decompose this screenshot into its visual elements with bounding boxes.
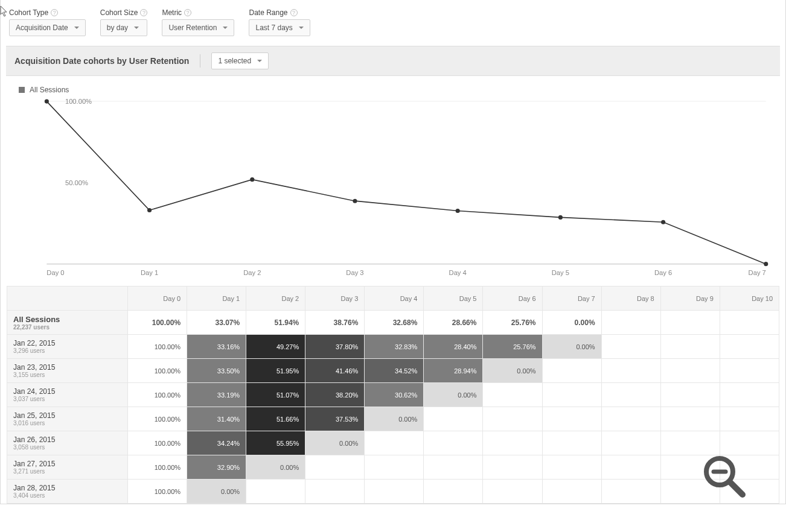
cell: 31.40% [187,407,246,431]
cell [660,311,720,335]
cell: 0.00% [542,335,601,359]
cell: 55.95% [246,431,305,455]
date-range-dropdown[interactable]: Last 7 days [249,19,310,36]
help-icon[interactable]: ? [140,9,147,16]
cell: 0.00% [305,431,365,455]
svg-text:Day 4: Day 4 [449,269,467,276]
cell [424,407,483,431]
cohort-type-dropdown[interactable]: Acquisition Date [9,19,86,36]
help-icon[interactable]: ? [51,9,58,16]
cell: 100.00% [128,335,187,359]
table-header: Day 1 [187,287,246,311]
chart-title: Acquisition Date cohorts by User Retenti… [14,56,189,66]
cell: 38.20% [305,383,365,407]
cell [720,359,779,383]
cell: 51.95% [246,359,305,383]
cell: 51.07% [246,383,305,407]
table-header: Day 10 [720,287,779,311]
cell [720,431,779,455]
cell [483,480,542,504]
cohort-row: Jan 24, 20153,037 users100.00%33.19%51.0… [7,383,779,407]
cursor-icon [0,5,9,17]
svg-text:Day 1: Day 1 [141,269,158,276]
cohort-row: Jan 22, 20153,296 users100.00%33.16%49.2… [7,335,779,359]
svg-line-21 [730,483,743,495]
cell [601,480,660,504]
cell [483,431,542,455]
cell: 37.53% [305,407,365,431]
cell: 100.00% [128,383,187,407]
table-header: Day 3 [305,287,365,311]
table-header: Day 8 [601,287,660,311]
chevron-down-icon [299,27,304,29]
metric-label: Metric ? [162,8,234,17]
cell [660,431,720,455]
cell [601,431,660,455]
table-header: Day 2 [246,287,305,311]
cohort-row: Jan 27, 20153,271 users100.00%32.90%0.00… [7,455,779,480]
table-header: Day 7 [542,287,601,311]
svg-point-9 [558,215,563,220]
cell [424,455,483,480]
help-icon[interactable]: ? [184,9,191,16]
cohort-size-dropdown[interactable]: by day [100,19,148,36]
cell [542,431,601,455]
cell: 32.90% [187,455,246,480]
cell [246,480,305,504]
row-label: Jan 24, 20153,037 users [7,383,128,407]
cohort-row: Jan 28, 20153,404 users100.00%0.00% [7,480,779,504]
cell [660,407,720,431]
metric-dropdown[interactable]: User Retention [162,19,234,36]
cell [601,311,660,335]
cell [720,335,779,359]
cell [601,335,660,359]
cell [660,359,720,383]
cell [305,455,365,480]
table-header: Day 5 [424,287,483,311]
cohort-row: Jan 23, 20153,155 users100.00%33.50%51.9… [7,359,779,383]
chart-header: Acquisition Date cohorts by User Retenti… [6,46,780,76]
svg-text:50.00%: 50.00% [65,179,88,186]
retention-line-chart: 50.00%100.00%Day 0Day 1Day 2Day 3Day 4Da… [34,97,772,280]
table-header: Day 4 [365,287,424,311]
svg-point-7 [353,199,357,203]
cell [424,480,483,504]
row-label: Jan 26, 20153,058 users [7,431,128,455]
zoom-out-button[interactable] [700,452,747,501]
chevron-down-icon [134,27,139,29]
cell [365,431,424,455]
svg-text:Day 2: Day 2 [243,269,261,276]
cell: 0.00% [365,407,424,431]
cell [601,359,660,383]
cell: 100.00% [128,480,187,504]
series-selector-dropdown[interactable]: 1 selected [211,52,269,69]
cell: 25.76% [483,335,542,359]
legend: All Sessions [7,76,779,97]
cell: 0.00% [483,359,542,383]
cell: 32.68% [365,311,424,335]
cell [720,311,779,335]
cell [483,383,542,407]
cell: 100.00% [128,455,187,480]
legend-label: All Sessions [30,86,69,94]
cell: 28.66% [424,311,483,335]
summary-row: All Sessions22,237 users100.00%33.07%51.… [7,311,779,335]
table-corner [7,287,128,311]
cell [365,480,424,504]
row-label: Jan 23, 20153,155 users [7,359,128,383]
zoom-out-icon [700,452,747,499]
cell [660,383,720,407]
cell: 28.40% [424,335,483,359]
cell: 32.83% [365,335,424,359]
cell [542,383,601,407]
svg-point-10 [661,220,665,224]
cell [483,407,542,431]
cell [542,480,601,504]
svg-point-11 [764,262,768,266]
cohort-table: Day 0Day 1Day 2Day 3Day 4Day 5Day 6Day 7… [7,286,779,504]
cell [720,407,779,431]
help-icon[interactable]: ? [290,9,298,16]
cell: 34.24% [187,431,246,455]
cell [660,335,720,359]
cell: 0.00% [246,455,305,480]
